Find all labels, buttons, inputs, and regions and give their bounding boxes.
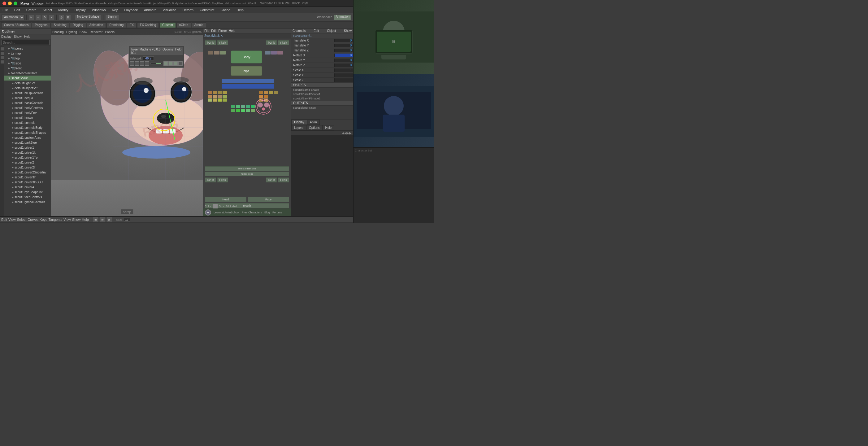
- channel-value-sy[interactable]: 1: [334, 73, 353, 77]
- close-button[interactable]: [2, 2, 6, 5]
- viewport-renderer-menu[interactable]: Renderer: [90, 30, 103, 34]
- list-item[interactable]: ▶scout1:driver2: [4, 160, 51, 165]
- window-menu[interactable]: Window: [32, 2, 44, 5]
- lk2fk-btn-3[interactable]: lk2Fk: [205, 177, 216, 182]
- menu-select[interactable]: Select: [41, 8, 54, 12]
- forums-link[interactable]: Forums: [272, 211, 282, 214]
- lk2fk-btn-2[interactable]: lk2Fk: [266, 40, 277, 45]
- tab-polygons[interactable]: Polygons: [32, 22, 50, 28]
- graph-curves-menu[interactable]: Curves: [28, 218, 38, 221]
- tween-block-1[interactable]: [130, 61, 134, 66]
- node-picker-menu[interactable]: Picker: [218, 29, 227, 32]
- fk2lk-btn-3[interactable]: Fk2lk: [217, 177, 228, 182]
- channel-value-tz[interactable]: 0: [334, 49, 353, 52]
- tab-custom[interactable]: Custom: [159, 22, 176, 28]
- rotate-tool-btn[interactable]: ↻: [42, 14, 48, 20]
- channel-value-rx[interactable]: 0: [334, 54, 353, 57]
- list-item[interactable]: ▶scout1:driver1Tp: [4, 155, 51, 160]
- menu-edit[interactable]: Edit: [13, 8, 21, 12]
- viewport-show-menu[interactable]: Show: [80, 30, 87, 34]
- outliner-search-input[interactable]: [1, 40, 50, 45]
- anim-tab[interactable]: Anim: [307, 120, 320, 125]
- list-item[interactable]: ▶scout1:driver1: [4, 145, 51, 150]
- minimize-button[interactable]: [8, 2, 12, 5]
- list-item[interactable]: ▶scout1:driver1lt: [4, 150, 51, 155]
- list-item[interactable]: ▶tweenMachineData: [4, 70, 51, 76]
- channel-value-sz[interactable]: 1: [334, 78, 353, 82]
- tween-slider[interactable]: [150, 63, 162, 64]
- nav-right-btn[interactable]: ▶: [349, 131, 352, 135]
- list-item[interactable]: ▶scout1:driver3ln: [4, 175, 51, 180]
- menu-cache[interactable]: Cache: [219, 8, 231, 12]
- list-item[interactable]: ▶scout1:brown: [4, 115, 51, 120]
- node-canvas[interactable]: lk2Fk Fk2lk lk2Fk Fk2lk Body: [203, 38, 291, 216]
- body-picker-area[interactable]: Body hips: [206, 48, 288, 170]
- channel-value-ty[interactable]: 0: [334, 44, 353, 47]
- menu-create[interactable]: Create: [25, 8, 38, 12]
- menu-key[interactable]: Key: [111, 8, 119, 12]
- object-menu[interactable]: Object: [327, 29, 336, 32]
- options-subtab[interactable]: Options: [306, 125, 322, 130]
- channel-value-ry[interactable]: 0: [334, 59, 353, 62]
- tween-block-8[interactable]: [178, 61, 183, 66]
- list-item[interactable]: ▶📷 top: [4, 56, 51, 61]
- sign-in-btn[interactable]: Sign In: [105, 14, 119, 20]
- tool-paint[interactable]: [1, 56, 4, 59]
- graph-tangents-menu[interactable]: Tangents: [49, 218, 63, 221]
- list-item[interactable]: ▶defaultLightSet: [4, 81, 51, 86]
- learn-link[interactable]: Learn at AnimSchool: [214, 211, 239, 214]
- color-swatch[interactable]: [213, 204, 218, 208]
- workspace-animation-btn[interactable]: Animation: [334, 14, 352, 20]
- menu-animate[interactable]: Animate: [143, 8, 158, 12]
- graph-keys-menu[interactable]: Keys: [40, 218, 47, 221]
- list-item[interactable]: ▶scout1:driver4: [4, 185, 51, 189]
- list-item[interactable]: ▶scout1:bodyControls: [4, 105, 51, 110]
- fk2lk-btn-4[interactable]: Fk2lk: [278, 177, 289, 182]
- menu-visualize[interactable]: Visualize: [161, 8, 177, 12]
- head-btn[interactable]: Head: [205, 197, 246, 202]
- free-chars-link[interactable]: Free Characters: [242, 211, 262, 214]
- graph-help-menu[interactable]: Help: [82, 218, 89, 221]
- outliner-help-menu[interactable]: Help: [24, 35, 31, 38]
- menu-file[interactable]: File: [1, 8, 9, 12]
- list-item-scout-scout[interactable]: ▼scout:Scout: [4, 76, 51, 81]
- show-menu[interactable]: Show: [344, 29, 352, 32]
- list-item[interactable]: ▶🗂 map: [4, 51, 51, 56]
- edit-menu[interactable]: Edit: [314, 29, 319, 32]
- magnet-btn[interactable]: ⊞: [65, 14, 71, 20]
- move-tool-btn[interactable]: ✛: [35, 14, 41, 20]
- list-item[interactable]: ▶scout1:darkBlue: [4, 140, 51, 145]
- tween-options-btn[interactable]: Options: [162, 48, 173, 55]
- menu-playback[interactable]: Playback: [123, 8, 139, 12]
- fk2lk-btn-2[interactable]: Fk2lk: [278, 40, 289, 45]
- graph-editor-canvas[interactable]: -0.025 -0.01 -0.015 -0.02: [51, 223, 344, 223]
- list-item[interactable]: ▶scout1:driver2SuperInv: [4, 170, 51, 175]
- tab-animation[interactable]: Animation: [87, 22, 106, 28]
- node-help-menu[interactable]: Help: [229, 29, 235, 32]
- tween-block-3[interactable]: [140, 61, 144, 66]
- graph-select-menu[interactable]: Select: [17, 218, 27, 221]
- tab-sculpting[interactable]: Sculpting: [51, 22, 69, 28]
- list-item[interactable]: ▶scout1:driver3In3Out: [4, 180, 51, 185]
- list-item[interactable]: ▶scout1:acqua: [4, 95, 51, 100]
- list-item[interactable]: ▶scout1:controlsShapes: [4, 130, 51, 135]
- graph-tool-1[interactable]: ⊞: [93, 217, 98, 222]
- tween-block-4[interactable]: [145, 61, 149, 66]
- tween-block-7[interactable]: [173, 61, 178, 66]
- tween-block-6[interactable]: [168, 61, 173, 66]
- list-item[interactable]: ▶scout1:driver2lf: [4, 165, 51, 170]
- tab-rigging[interactable]: Rigging: [70, 22, 86, 28]
- nav-right2-btn[interactable]: ▶: [347, 131, 349, 135]
- list-item[interactable]: ▶📷 persp: [4, 46, 51, 51]
- tab-rendering[interactable]: Rendering: [106, 22, 126, 28]
- fk2lk-btn-1[interactable]: Fk2lk: [217, 40, 228, 45]
- snap-btn[interactable]: ◎: [59, 14, 64, 20]
- tool-lasso[interactable]: [1, 52, 4, 55]
- help-subtab[interactable]: Help: [322, 125, 334, 130]
- viewport-view-menu[interactable]: Shading: [52, 30, 64, 34]
- list-item[interactable]: ▶scout1:basicControls: [4, 100, 51, 105]
- tab-fx[interactable]: FX: [127, 22, 136, 28]
- list-item[interactable]: ▶scout1:customAttrs: [4, 135, 51, 140]
- graph-view2-menu[interactable]: View: [63, 218, 71, 221]
- animschool-logo[interactable]: A: [205, 209, 211, 215]
